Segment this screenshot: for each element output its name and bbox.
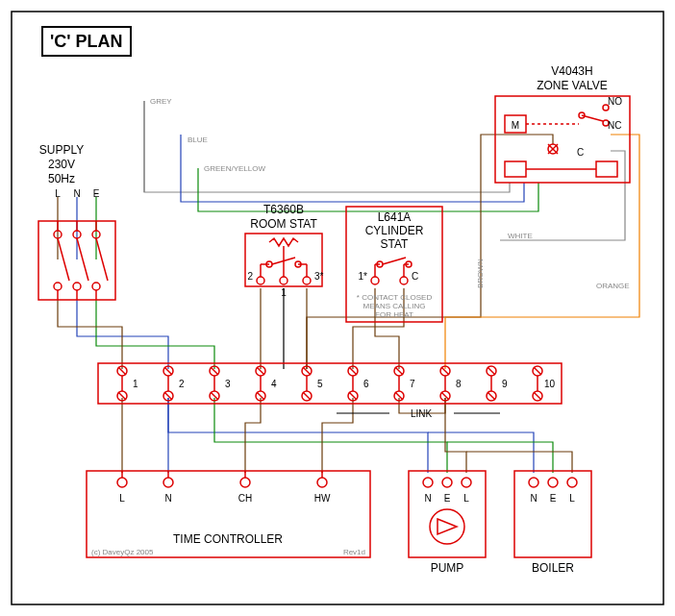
pump-N: N [424,493,431,504]
wire-blue-to-boilerN [428,432,534,473]
wire-label-white: WHITE [508,232,533,240]
pump-label: PUMP [431,561,464,575]
roomstat-t3: 3* [314,271,324,282]
zonevalve-NO: NO [608,96,622,107]
wire-white-valve-nc [500,151,625,240]
wire-brown-jb5-valve [307,135,553,369]
svg-rect-46 [596,161,617,177]
wire-label-greenyellow: GREEN/YELLOW [204,164,265,173]
zone-valve-block: V4043H ZONE VALVE M NO NC C [495,64,630,183]
revision-text: Rev1d [343,548,365,556]
svg-point-19 [257,277,264,284]
wire-brown-CH-to-jb4 [245,398,261,473]
jb-num-4: 4 [271,379,277,389]
boiler-label: BOILER [532,561,574,575]
wire-brown-boilerL [466,452,572,473]
time-controller-label: TIME CONTROLLER [173,532,283,546]
svg-line-92 [488,392,495,400]
boiler-N: N [530,493,537,504]
boiler-block: N E L BOILER [514,471,591,575]
svg-line-6 [58,238,69,281]
roomstat-label2: ROOM STAT [250,217,317,231]
svg-point-30 [371,277,379,284]
diagram-border [12,12,663,604]
time-L: L [119,493,125,504]
jb-num-9: 9 [502,379,508,389]
svg-point-31 [400,277,408,284]
svg-marker-111 [438,519,457,534]
cylstat-note1: * CONTACT CLOSED [357,293,433,302]
supply-E: E [93,188,100,199]
wire-brown-jb8-pumpL [445,398,466,473]
svg-line-40 [582,115,603,121]
supply-switches [54,221,108,300]
jb-num-2: 2 [179,379,185,389]
cylstat-label2: CYLINDER [365,224,424,237]
svg-point-108 [423,478,433,487]
supply-label2: 230V [48,158,75,171]
zonevalve-NC: NC [608,120,621,131]
wire-green-boilerE [447,442,553,473]
boiler-box [514,471,591,557]
jb-num-6: 6 [363,379,369,389]
svg-point-3 [54,283,62,290]
roomstat-label1: T6360B [263,203,304,216]
roomstat-t1: 1 [281,287,287,298]
pump-E: E [444,493,451,504]
svg-point-101 [163,478,173,487]
svg-point-110 [462,478,471,487]
jb-num-7: 7 [410,379,415,389]
zonevalve-label2: ZONE VALVE [537,79,608,92]
supply-L: L [55,188,61,199]
time-HW: HW [314,493,331,504]
cylinder-stat-block: L641A CYLINDER STAT 1* C * CONTACT CLOSE… [346,207,442,322]
svg-line-7 [77,238,88,281]
wire-blue-jb2-to-pumpN [168,398,428,473]
jb-num-5: 5 [317,379,323,389]
wire-brown-to-jb1 [58,300,122,369]
copyright-text: (c) DaveyQz 2005 [91,548,154,556]
cylstat-label1: L641A [378,210,412,224]
svg-point-100 [117,478,127,487]
link-label: LINK [411,408,433,419]
time-CH: CH [238,493,252,504]
wire-label-grey: GREY [150,97,172,106]
svg-point-4 [73,283,81,290]
svg-point-109 [442,478,452,487]
svg-point-20 [280,277,288,284]
zonevalve-M: M [512,120,519,131]
svg-line-96 [534,367,541,375]
wire-label-orange: ORANGE [596,282,630,290]
roomstat-t2: 2 [247,271,253,282]
svg-line-8 [96,238,108,281]
roomstat-resistor-icon [269,238,298,246]
jb-num-10: 10 [544,379,556,389]
jb-num-3: 3 [225,379,231,389]
svg-rect-45 [505,161,526,177]
room-stat-block: T6360B ROOM STAT 2 1 3* [245,203,324,298]
svg-point-102 [240,478,250,487]
wire-label-blue: BLUE [188,136,208,144]
wire-green-to-jb3 [96,300,214,369]
wiring-diagram: 'C' PLAN GREY BLUE GREEN/YELLOW [0,0,675,616]
svg-point-21 [303,277,311,284]
cylstat-note3: FOR HEAT [375,310,413,319]
svg-line-72 [303,392,311,400]
svg-line-97 [534,392,541,400]
jb-num-8: 8 [456,379,462,389]
svg-line-91 [488,367,495,375]
supply-block: SUPPLY 230V 50Hz L N E [38,143,115,300]
wire-brown-HW-to-jb6 [322,398,353,473]
boiler-E: E [550,493,557,504]
supply-label3: 50Hz [48,172,75,185]
boiler-L: L [569,493,575,504]
time-controller-block: L N CH HW TIME CONTROLLER (c) DaveyQz 20… [87,471,370,557]
svg-line-29 [383,258,406,264]
cylstat-label3: STAT [381,237,410,251]
svg-point-5 [92,283,100,290]
zonevalve-C: C [577,147,584,158]
time-N: N [164,493,171,504]
supply-label1: SUPPLY [39,143,84,157]
svg-point-112 [529,478,538,487]
zonevalve-label1: V4043H [551,64,592,78]
